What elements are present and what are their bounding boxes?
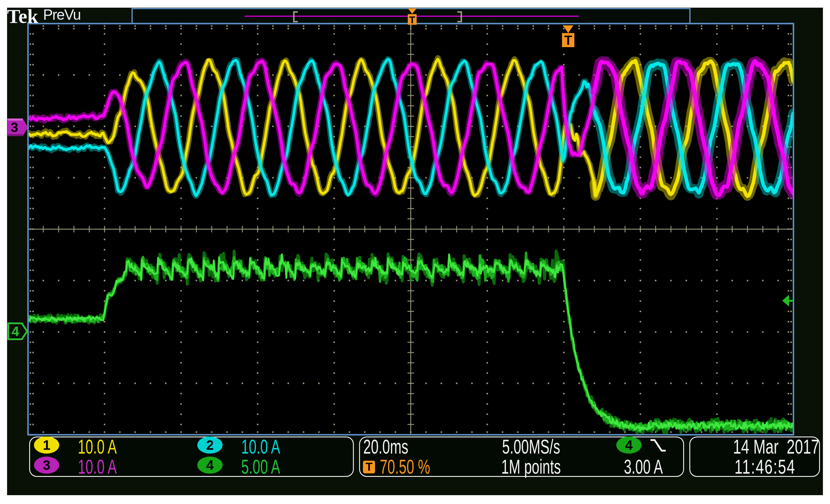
- svg-text:3: 3: [11, 120, 18, 135]
- svg-text:T: T: [564, 33, 572, 47]
- svg-text:T: T: [409, 14, 415, 25]
- svg-text:4: 4: [11, 324, 19, 339]
